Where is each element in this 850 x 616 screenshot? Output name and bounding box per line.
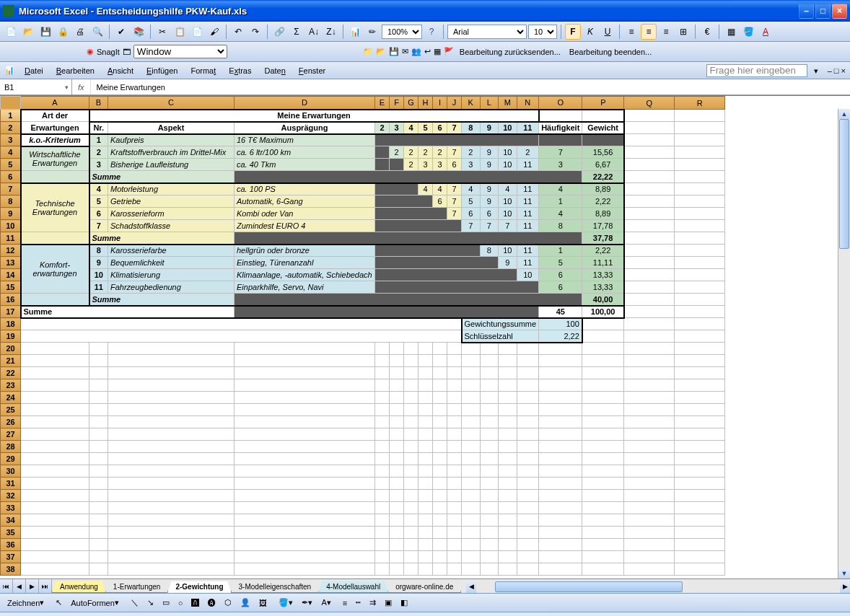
font-select[interactable]: Arial [447, 25, 527, 39]
cell[interactable]: 7 [447, 195, 462, 208]
cell[interactable] [462, 343, 481, 355]
cell[interactable]: 11,11 [582, 257, 624, 269]
cell[interactable] [375, 367, 390, 379]
cell[interactable] [108, 404, 235, 416]
cell[interactable]: 7 [462, 220, 481, 232]
cell[interactable] [375, 159, 390, 171]
col-E[interactable]: E [375, 97, 390, 110]
cell[interactable] [480, 416, 499, 428]
cell[interactable] [21, 367, 89, 379]
sheet-tab-1erwartungen[interactable]: 1-Erwartungen [105, 581, 169, 593]
cell[interactable] [21, 355, 89, 367]
cell[interactable] [108, 453, 235, 465]
cell[interactable] [624, 269, 675, 281]
cell[interactable] [404, 453, 419, 465]
select-objects-icon[interactable]: ↖ [53, 596, 65, 610]
cell[interactable] [624, 490, 675, 502]
permissions-icon[interactable]: 🔒 [55, 24, 71, 40]
scroll-thumb[interactable] [839, 119, 849, 249]
menu-extras[interactable]: Extras [223, 64, 257, 77]
cell[interactable] [447, 453, 462, 465]
line-style-icon[interactable]: ≡ [340, 596, 350, 610]
cell[interactable]: Ausprägung [235, 122, 375, 134]
cell[interactable] [390, 159, 404, 171]
cell[interactable] [447, 551, 462, 563]
cell[interactable] [499, 502, 517, 514]
row-28[interactable]: 28 [1, 441, 21, 453]
cell[interactable] [21, 416, 89, 428]
cell[interactable] [582, 318, 624, 330]
row-35[interactable]: 35 [1, 527, 21, 539]
cell[interactable]: 8 [462, 122, 481, 134]
cell[interactable] [582, 110, 624, 122]
cell[interactable]: 3 [390, 122, 404, 134]
row-33[interactable]: 33 [1, 502, 21, 514]
cell[interactable] [89, 404, 108, 416]
cell[interactable]: 6 [447, 159, 462, 171]
cell[interactable] [375, 183, 419, 195]
row-15[interactable]: 15 [1, 281, 21, 294]
cell[interactable]: hellgrün oder bronze [235, 245, 375, 257]
cell[interactable] [480, 367, 499, 379]
cell[interactable] [89, 563, 108, 576]
cell[interactable]: 7 [539, 146, 582, 159]
cell[interactable]: Einparkhilfe, Servo, Navi [235, 281, 375, 294]
cell[interactable]: 7 [480, 220, 499, 232]
cell[interactable] [499, 527, 517, 539]
cell[interactable] [675, 122, 725, 134]
menu-datei[interactable]: Datei [19, 64, 49, 77]
cell[interactable] [462, 416, 481, 428]
cell[interactable] [108, 441, 235, 453]
cell[interactable] [433, 539, 447, 551]
cell[interactable] [675, 220, 725, 232]
cell[interactable] [624, 330, 675, 343]
cell[interactable] [21, 563, 89, 576]
end-review-icon[interactable]: 🚩 [444, 47, 454, 56]
cell[interactable] [517, 563, 539, 576]
menu-einfuegen[interactable]: Einfügen [141, 64, 183, 77]
cell[interactable] [447, 490, 462, 502]
cell[interactable] [89, 490, 108, 502]
cell[interactable] [462, 355, 481, 367]
cell[interactable] [480, 428, 499, 441]
fill-color-icon[interactable]: 🪣 [740, 24, 756, 40]
cell[interactable]: 15,56 [582, 146, 624, 159]
cell[interactable] [89, 502, 108, 514]
redo-icon[interactable]: ↷ [247, 24, 263, 40]
cell[interactable]: 2,22 [539, 330, 582, 343]
cell[interactable]: Schadstoffklasse [108, 220, 235, 232]
cell[interactable] [517, 428, 539, 441]
cell[interactable] [108, 502, 235, 514]
cell[interactable]: 11 [517, 122, 539, 134]
cell[interactable] [582, 527, 624, 539]
cell[interactable] [404, 490, 419, 502]
cell[interactable]: 10 [89, 269, 108, 281]
cell[interactable] [21, 453, 89, 465]
cell[interactable] [21, 171, 89, 183]
cell[interactable] [108, 563, 235, 576]
cell[interactable] [624, 502, 675, 514]
save-icon[interactable]: 💾 [38, 24, 53, 40]
cell[interactable] [404, 527, 419, 539]
cell[interactable] [433, 379, 447, 392]
cell[interactable] [375, 392, 390, 404]
cell[interactable] [375, 502, 390, 514]
cell[interactable] [624, 563, 675, 576]
cell[interactable] [624, 134, 675, 146]
cell[interactable] [235, 379, 375, 392]
cell[interactable] [462, 502, 481, 514]
spelling-icon[interactable]: ✔ [113, 24, 129, 40]
cell[interactable]: Karosserieform [108, 208, 235, 220]
reply-icon[interactable]: ↩ [424, 47, 431, 56]
cell[interactable] [539, 416, 582, 428]
cell[interactable] [89, 428, 108, 441]
cell[interactable]: 3 [419, 159, 433, 171]
cell[interactable] [21, 465, 89, 478]
cell[interactable] [624, 220, 675, 232]
cell[interactable] [517, 355, 539, 367]
col-Q[interactable]: Q [624, 97, 675, 110]
cell[interactable] [433, 428, 447, 441]
cell[interactable]: 11 [517, 220, 539, 232]
cell[interactable]: Automatik, 6-Gang [235, 195, 375, 208]
cell[interactable] [108, 379, 235, 392]
